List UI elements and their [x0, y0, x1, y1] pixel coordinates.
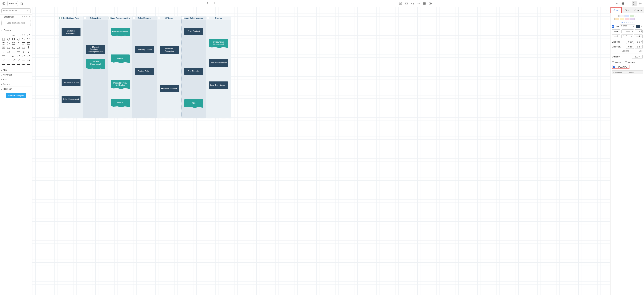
shape-or[interactable] — [6, 50, 11, 54]
share-button[interactable] — [614, 1, 620, 6]
shape-thick1[interactable] — [2, 63, 6, 66]
tab-text[interactable]: Text — [622, 7, 633, 13]
shape-and[interactable] — [2, 50, 6, 54]
shape-heading[interactable]: Heading — [16, 33, 21, 37]
shape-trapezoid2[interactable] — [22, 46, 26, 49]
node-outbound-mgmt[interactable]: Outbounding Management — [209, 39, 228, 47]
category-arrows[interactable]: ▸Arrows — [0, 82, 32, 86]
format-panel-toggle[interactable] — [632, 1, 637, 6]
line-start-b-input[interactable]: 8 pt — [635, 45, 642, 49]
shape-diamond[interactable] — [16, 37, 21, 41]
shape-thick2[interactable] — [6, 63, 11, 66]
tab-style[interactable]: Style — [610, 7, 622, 13]
text-tool-button[interactable]: A — [398, 1, 403, 6]
shape-edge3[interactable] — [22, 58, 26, 62]
shape-dotted[interactable] — [6, 58, 11, 62]
node-mrp[interactable]: Material Requirements Planning Operation — [86, 45, 105, 54]
node-pd-notif[interactable]: Product Delivery Notification — [111, 80, 130, 88]
node-facilities[interactable]: Facilities Procurement Application — [86, 59, 105, 68]
canvas[interactable]: −Inside Sales Rep Customer Management Cr… — [32, 7, 610, 295]
node-inventory[interactable]: Inventory Control — [135, 46, 154, 53]
node-sales-contract[interactable]: Sales Contract — [184, 28, 203, 35]
shape-arrow-both[interactable] — [16, 54, 21, 58]
shape-cube[interactable] — [6, 46, 11, 49]
table-tool-button[interactable] — [422, 1, 427, 6]
lane-header[interactable]: −Inside Sales Rep — [59, 16, 83, 20]
node-long-term[interactable]: Long Term Strategy — [209, 81, 228, 89]
scratchpad-dropzone[interactable]: Drag elements here — [2, 20, 31, 26]
line-end-b-input[interactable]: 8 pt — [635, 40, 642, 44]
node-credit-mgmt[interactable]: Credit Management — [62, 79, 80, 86]
shape-dashed[interactable] — [2, 58, 6, 62]
shape-step[interactable] — [12, 46, 16, 49]
scratchpad-header[interactable]: ▾ Scratchpad ? + ✎ ✕ — [0, 14, 32, 19]
shape-thick4[interactable] — [16, 63, 21, 66]
shape-process[interactable] — [12, 37, 16, 41]
more-shapes-button[interactable]: + More Shapes — [6, 93, 26, 98]
sketch-checkbox[interactable]: Sketch — [612, 61, 622, 64]
shape-cloud[interactable] — [16, 42, 21, 45]
shape-thick5[interactable] — [22, 63, 26, 66]
shape-document[interactable] — [22, 42, 26, 45]
line-end2-select[interactable] — [634, 34, 642, 38]
line-style-select[interactable]: Curved — [620, 24, 635, 28]
shape-edge2[interactable] — [16, 58, 21, 62]
shape-list[interactable] — [2, 54, 6, 58]
node-account-processing[interactable]: Account Processing — [160, 85, 179, 92]
shape-curve[interactable] — [12, 54, 16, 58]
scratchpad-edit-icon[interactable]: ✎ — [26, 15, 28, 18]
line-start-a-input[interactable]: 0 pt — [626, 45, 634, 49]
swatch[interactable] — [619, 15, 624, 17]
rectangle-tool-button[interactable] — [404, 1, 409, 6]
lane-header[interactable]: −Inside Sales Manager — [182, 16, 206, 20]
swimlanes[interactable]: −Inside Sales Rep Customer Management Cr… — [58, 16, 231, 118]
edit-color-icon[interactable]: ✎ — [641, 25, 642, 28]
node-product-quotations[interactable]: Product Quotations — [111, 28, 130, 35]
shape-line[interactable] — [26, 33, 31, 37]
node-customer-mgmt[interactable]: Customer Management — [62, 28, 80, 36]
node-resources-alloc[interactable]: Resources Allocation — [209, 59, 228, 67]
line-pattern-select[interactable] — [622, 29, 634, 33]
opacity-input[interactable]: 100 % — [632, 55, 642, 59]
node-price-mgmt[interactable]: Price Management — [62, 96, 80, 103]
shape-roundrect[interactable] — [6, 33, 11, 37]
shape-frame[interactable] — [16, 50, 21, 54]
swatch-next-icon[interactable]: › — [635, 15, 636, 17]
shape-thick3[interactable] — [12, 63, 16, 66]
shape-trapezoid[interactable] — [2, 42, 6, 45]
freehand-tool-button[interactable] — [416, 1, 421, 6]
category-flowchart[interactable]: ▸Flowchart — [0, 86, 32, 91]
shape-link[interactable] — [26, 54, 31, 58]
lane-header[interactable]: −Sales Admin — [83, 16, 108, 20]
line-end-marker-select[interactable] — [612, 34, 620, 38]
line-end-a-input[interactable]: 0 pt — [626, 40, 634, 44]
shape-listitem[interactable]: List Item — [6, 54, 11, 58]
add-tool-button[interactable] — [428, 1, 433, 6]
shape-edge1[interactable] — [12, 58, 16, 62]
zoom-select[interactable]: 100% — [7, 1, 18, 6]
line-color-swatch[interactable] — [636, 25, 640, 28]
swatch[interactable] — [630, 18, 635, 20]
scratchpad-help-icon[interactable]: ? — [22, 15, 23, 18]
tab-arrange[interactable]: Arrange — [633, 7, 644, 13]
swatch-prev-icon[interactable]: ‹ — [612, 15, 613, 17]
swatch[interactable] — [630, 15, 634, 17]
flow-animation-checkbox[interactable]: Flow Anim… — [612, 65, 630, 69]
category-basic[interactable]: ▸Basic — [0, 77, 32, 82]
lane-header[interactable]: −Sales Representative — [108, 16, 132, 20]
node-outbound-acct[interactable]: Outbound Accounting — [160, 46, 179, 54]
shape-edge4[interactable] — [26, 58, 31, 62]
lane-header[interactable]: −Sales Manager — [132, 16, 157, 20]
lane-header[interactable]: −VP Sales — [157, 16, 181, 20]
shape-square[interactable] — [2, 37, 6, 41]
node-orders[interactable]: Orders — [111, 54, 130, 62]
node-cost-alloc[interactable]: Cost Allocation — [184, 68, 203, 75]
swatch[interactable] — [625, 18, 630, 20]
shape-text[interactable]: Text — [12, 33, 16, 37]
general-header[interactable]: ▾ General — [0, 28, 32, 32]
line-weight-input[interactable]: 3 pt — [635, 29, 642, 33]
line-start-marker-select[interactable] — [612, 29, 620, 33]
toggle-sidebar-button[interactable] — [2, 1, 6, 6]
category-advanced[interactable]: ▸Advanced — [0, 72, 32, 77]
category-misc[interactable]: ▸Misc — [0, 68, 32, 72]
